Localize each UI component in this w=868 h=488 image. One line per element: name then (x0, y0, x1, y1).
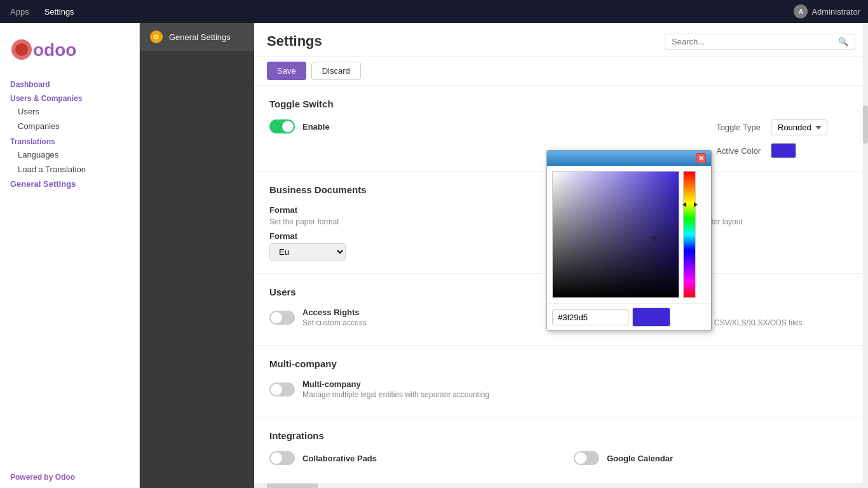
gear-icon: ⚙ (150, 30, 163, 43)
svg-point-1 (15, 43, 28, 56)
sidebar-item-languages[interactable]: Languages (0, 147, 139, 162)
sidebar-item-load-translation[interactable]: Load a Translation (0, 162, 139, 177)
toolbar: Save Discard (254, 57, 868, 86)
odoo-brand[interactable]: Odoo (55, 473, 75, 482)
sidebar-item-dashboard[interactable]: Dashboard (0, 76, 139, 90)
sidebar-item-companies[interactable]: Companies (0, 119, 139, 133)
svg-text:odoo: odoo (33, 40, 76, 60)
integrations-section: Integrations Collaborative Pads (254, 417, 868, 484)
access-rights-desc: Set custom access (302, 318, 367, 327)
sidebar-item-users[interactable]: Users (0, 104, 139, 119)
format-label: Format (269, 205, 548, 215)
multicompany-section: Multi-company Multi-company Manage multi… (254, 346, 868, 417)
color-picker-popup: ✕ #3f29d5 (546, 150, 712, 331)
collab-pads-label: Collaborative Pads (302, 454, 377, 463)
multicompany-title: Multi-company (269, 358, 853, 369)
dark-side-panel: ⚙ General Settings (140, 23, 254, 488)
enable-toggle[interactable] (269, 119, 295, 133)
odoo-logo[interactable]: odoo (10, 36, 129, 64)
topbar-user: A Administrator (794, 4, 860, 18)
cp-close-button[interactable]: ✕ (696, 153, 706, 163)
cp-hue-slider[interactable] (683, 171, 696, 298)
cp-hue-arrow-right (694, 202, 698, 207)
save-button[interactable]: Save (267, 62, 306, 80)
cp-hue-arrow-left (682, 202, 686, 207)
admin-label: Administrator (811, 7, 860, 17)
cp-hue-pointer (682, 203, 698, 206)
general-settings-nav-item[interactable]: ⚙ General Settings (140, 23, 254, 51)
user-avatar[interactable]: A (794, 4, 808, 18)
discard-button[interactable]: Discard (311, 62, 361, 80)
powered-by-text: Powered by (10, 473, 53, 482)
active-color-label: Active Color (716, 146, 761, 156)
sidebar-item-users-companies[interactable]: Users & Companies (0, 90, 139, 104)
integrations-title: Integrations (269, 430, 853, 441)
left-sidebar: odoo Dashboard Users & Companies Users C… (0, 23, 140, 488)
topbar-apps[interactable]: Apps (8, 7, 32, 17)
search-icon: 🔍 (838, 37, 848, 46)
topbar: Apps Settings A Administrator (0, 0, 868, 23)
format-label2: Format (269, 231, 548, 241)
active-color-swatch[interactable] (771, 143, 796, 158)
search-input[interactable] (672, 37, 838, 46)
multicompany-toggle[interactable] (269, 383, 295, 396)
google-calendar-label: Google Calendar (607, 454, 673, 463)
main-header: Settings 🔍 (254, 23, 868, 57)
page-title: Settings (267, 33, 322, 50)
sidebar-item-general-settings[interactable]: General Settings (0, 177, 139, 191)
topbar-settings[interactable]: Settings (42, 7, 77, 17)
toggle-switch-title: Toggle Switch (269, 98, 853, 109)
multicompany-desc: Manage multiple legal entities with sepa… (302, 390, 489, 399)
search-bar: 🔍 (665, 34, 855, 50)
sidebar-footer: Powered by Odoo (0, 466, 139, 488)
toggle-type-select[interactable]: Rounded Square (771, 119, 827, 135)
enable-label: Enable (302, 122, 330, 132)
collab-pads-toggle[interactable] (269, 451, 295, 465)
multicompany-label: Multi-company (302, 379, 489, 389)
bottom-scrollbar[interactable] (254, 484, 868, 488)
cp-gradient[interactable] (552, 171, 679, 298)
access-rights-toggle[interactable] (269, 311, 295, 325)
cp-footer: #3f29d5 (547, 303, 711, 330)
cp-body (547, 166, 711, 303)
general-settings-nav-label: General Settings (169, 32, 231, 42)
sidebar-item-translations[interactable]: Translations (0, 133, 139, 147)
cp-crosshair[interactable] (651, 235, 658, 241)
access-rights-label: Access Rights (302, 308, 367, 317)
cp-titlebar: ✕ (547, 151, 711, 166)
google-calendar-toggle[interactable] (574, 451, 599, 465)
main-content: Settings 🔍 Save Discard Toggle Switch En… (254, 23, 868, 488)
scrollbar-thumb[interactable] (863, 105, 868, 144)
scrollbar[interactable] (863, 23, 868, 488)
bottom-scrollbar-thumb[interactable] (267, 484, 318, 488)
cp-hex-input[interactable]: #3f29d5 (552, 309, 628, 325)
format-desc: Set the paper format (269, 217, 548, 226)
cp-color-preview (632, 308, 670, 327)
toggle-type-label: Toggle Type (716, 123, 761, 132)
format-select[interactable]: Eu (269, 243, 346, 261)
